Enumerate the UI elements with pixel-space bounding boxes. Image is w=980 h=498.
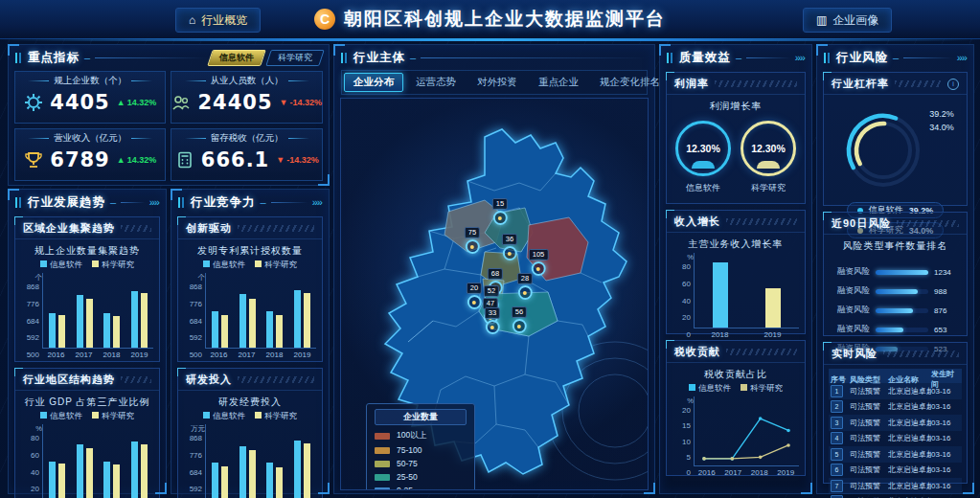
table-row[interactable]: 8司法预警北京启迪卓越科技有限公司03-16 [829, 494, 962, 498]
bar [221, 466, 228, 498]
panel-title-icon [341, 53, 349, 63]
bar [239, 294, 246, 348]
bar [131, 291, 138, 348]
map-marker[interactable]: 36 [502, 228, 517, 260]
legend-item: 信息软件 [40, 411, 82, 422]
filter-信息软件[interactable]: 信息软件 [207, 50, 266, 66]
table-row[interactable]: 2司法预警北京启迪卓越科技有限公司03-16 [829, 399, 962, 416]
table-row[interactable]: 3司法预警北京启迪卓越科技有限公司03-16 [829, 415, 962, 431]
trophy-icon [24, 150, 43, 170]
chart-rd-spending: 研发经费投入信息软件科学研究万元868776684592500201620172… [178, 396, 322, 498]
realtime-risk-table: 序号风险类型企业名称发生时间1司法预警北京启迪卓越科技有限公司03-162司法预… [824, 365, 967, 498]
stat-card: 留存税收（亿元）666.1▼-14.32% [171, 128, 323, 181]
bar [765, 288, 781, 328]
panel-title-icon [667, 53, 674, 63]
row-index: 7 [831, 480, 843, 492]
panel-title: 行业竞争力 [191, 194, 256, 211]
section-title: 行业地区结构趋势 [23, 373, 115, 387]
table-row[interactable]: 6司法预警北京启迪卓越科技有限公司03-16 [829, 463, 962, 479]
section-title: 实时风险 [832, 347, 877, 361]
expand-icon[interactable]: »» [149, 196, 159, 208]
chart-title: 风险类型事件数量排名 [824, 239, 967, 253]
panel-competitiveness: 行业竞争力 – »» 创新驱动 发明专利累计授权数量信息软件科学研究个86877… [171, 189, 330, 494]
tab-对外投资[interactable]: 对外投资 [468, 74, 526, 91]
panel-title-icon [824, 53, 832, 63]
row-index: 2 [831, 400, 843, 413]
bar [103, 313, 110, 348]
legend-item: 信息软件 [203, 260, 245, 271]
map-marker[interactable]: 15 [492, 192, 508, 225]
pin-icon [503, 246, 517, 260]
pin-icon [531, 261, 545, 276]
tab-重点企业[interactable]: 重点企业 [530, 74, 587, 91]
company-name: 北京启迪卓越科技有限公司 [888, 386, 931, 396]
legend-item: 科学研究 [255, 411, 297, 422]
nav-industry-overview-label: 行业概览 [201, 12, 247, 29]
dashboard: C 朝阳区科创规上企业大数据监测平台 ⌂ 行业概览 ▥ 企业画像 重点指标 – … [0, 0, 980, 498]
panel-title-icon [15, 53, 23, 63]
stat-card-label: 从业人员数（人） [185, 75, 309, 87]
map-marker[interactable]: 75 [465, 221, 480, 254]
map-marker[interactable]: 20 [467, 277, 482, 309]
filter-科学研究[interactable]: 科学研究 [265, 50, 325, 66]
tab-规企变化排名[interactable]: 规企变化排名 [591, 74, 669, 91]
bar [212, 311, 218, 348]
bar [304, 293, 310, 348]
profit-gauge: 12.30%科学研究 [741, 121, 796, 194]
nav-industry-overview[interactable]: ⌂ 行业概览 [175, 8, 261, 33]
pin-icon [513, 319, 527, 333]
chart-title: 发明专利累计授权数量 [178, 244, 322, 258]
company-name: 北京启迪卓越科技有限公司 [888, 418, 931, 428]
district-map: 15753610568282052473356 企业数量 100以上75-100… [340, 98, 649, 490]
chart-title: 规上企业数量集聚趋势 [15, 244, 159, 258]
stat-card-label: 规上企业数（个） [28, 75, 152, 87]
panel-industry-main: 行业主体 – 企业分布运营态势对外投资重点企业规企变化排名 [333, 44, 655, 494]
legend-item: 科学研究 [92, 260, 134, 271]
section-income-growth: 收入增长 主营业务收入增长率%80604020020182019 [666, 210, 806, 334]
main-tabs: 企业分布运营态势对外投资重点企业规企变化排名 [341, 70, 648, 95]
bar-chart-icon: ▥ [816, 14, 827, 26]
panel-title-icon [178, 197, 186, 208]
table-row[interactable]: 4司法预警北京启迪卓越科技有限公司03-16 [829, 431, 962, 447]
legend-item: 科学研究 [255, 260, 297, 271]
tab-运营态势[interactable]: 运营态势 [407, 74, 465, 91]
map-marker[interactable]: 28 [517, 267, 533, 300]
map-marker[interactable]: 56 [512, 301, 527, 333]
section-title: 近90日风险 [832, 216, 891, 231]
panel-key-indicators: 重点指标 – 信息软件科学研究 规上企业数（个）4405▲14.32%从业人员数… [8, 44, 330, 186]
bar [49, 313, 56, 348]
panel-dev-trend: 行业发展趋势 – »» 区域企业集聚趋势 规上企业数量集聚趋势信息软件科学研究个… [8, 189, 167, 494]
nav-enterprise-profile[interactable]: ▥ 企业画像 [803, 8, 892, 33]
table-row[interactable]: 7司法预警北京启迪卓越科技有限公司03-16 [829, 478, 962, 494]
stat-card-delta: ▼-14.32% [276, 155, 318, 165]
info-icon[interactable]: i [947, 79, 959, 90]
bar [249, 450, 256, 498]
stat-card-delta: ▲14.32% [117, 155, 156, 165]
stat-card-value: 4405 [50, 91, 109, 114]
legend-item: 科学研究 [741, 383, 783, 395]
panel-title: 行业主体 [353, 50, 405, 66]
map-marker[interactable]: 33 [485, 302, 500, 334]
stat-card-label: 留存税收（亿元） [185, 132, 309, 145]
section-region-agglomeration: 区域企业集聚趋势 规上企业数量集聚趋势信息软件科学研究个868776684592… [14, 216, 160, 362]
chart-title: 行业 GDP 占第三产业比例 [15, 396, 159, 409]
bar [249, 299, 256, 348]
expand-icon[interactable]: »» [795, 52, 805, 63]
legend-item: 科学研究 [92, 411, 134, 422]
profit-gauge: 12.30%信息软件 [675, 121, 731, 194]
table-row[interactable]: 5司法预警北京启迪卓越科技有限公司03-16 [829, 446, 962, 463]
bar [77, 444, 83, 498]
stat-card-delta: ▲14.32% [117, 98, 156, 107]
expand-icon[interactable]: »» [957, 52, 967, 63]
stat-card: 从业人员数（人）24405▼-14.32% [171, 71, 323, 124]
section-title: 税收贡献 [674, 345, 720, 359]
map-legend-title: 企业数量 [375, 409, 467, 425]
section-leverage: 行业杠杆率 i 39.2% 34.0% 信息软件39.2%科学研究34.0% [823, 72, 968, 206]
people-icon [171, 93, 191, 112]
expand-icon[interactable]: »» [312, 196, 322, 208]
pin-icon [518, 285, 533, 300]
bar [276, 315, 283, 348]
tab-企业分布[interactable]: 企业分布 [344, 73, 403, 92]
bar [86, 448, 93, 498]
bar [49, 462, 56, 498]
